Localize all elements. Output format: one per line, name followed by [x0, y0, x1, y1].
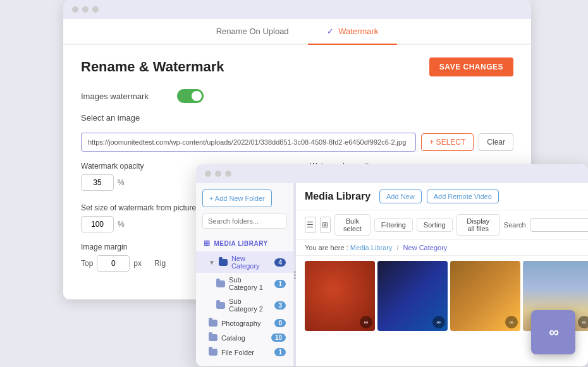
- margin-right-item: Rig: [154, 259, 166, 268]
- page-title: Rename & Watermark: [81, 59, 224, 75]
- window-header: Rename & Watermark SAVE CHANGES: [81, 57, 513, 76]
- dot-f1: [205, 171, 211, 177]
- images-watermark-row: Images watermark: [81, 89, 513, 103]
- dot-f3: [225, 171, 231, 177]
- check-icon: ✓: [327, 27, 334, 36]
- wm-icon: ∞: [549, 324, 558, 340]
- filtering-button[interactable]: Filtering: [374, 218, 413, 232]
- watermark-logo: ∞: [531, 310, 575, 354]
- breadcrumb-media-library[interactable]: Media Library: [350, 244, 393, 251]
- folder-icon-sub2: [216, 302, 225, 309]
- select-button[interactable]: + SELECT: [421, 133, 474, 151]
- folder-icon: [219, 259, 228, 266]
- size-unit: %: [118, 220, 125, 229]
- sorting-button[interactable]: Sorting: [417, 218, 453, 232]
- display-all-files-button[interactable]: Display all files: [456, 214, 500, 236]
- watermark-icon-4: ∞: [578, 316, 588, 328]
- margin-top-label: Top: [81, 259, 93, 268]
- add-remote-video-button[interactable]: Add Remote Video: [427, 190, 499, 203]
- size-input[interactable]: [81, 216, 114, 232]
- watermark-icon-1: ∞: [360, 316, 372, 328]
- folder-badge: 4: [274, 258, 286, 267]
- margin-top-item: Top px: [81, 255, 142, 272]
- bulk-select-button[interactable]: Bulk select: [334, 214, 371, 236]
- margin-right-label: Rig: [154, 259, 166, 268]
- select-image-row: Select an image: [81, 113, 513, 123]
- tab-watermark[interactable]: ✓ Watermark: [308, 19, 398, 45]
- media-layout: + Add New Folder ⊞ MEDIA LIBRARY ▼ New C…: [196, 183, 588, 366]
- folder-name-sub1: Sub Category 1: [229, 276, 271, 291]
- folder-item-file[interactable]: File Folder 1: [196, 345, 293, 359]
- dot-3: [92, 6, 99, 13]
- margin-top-unit: px: [133, 259, 142, 268]
- titlebar-front: [196, 164, 588, 183]
- ml-icon: ⊞: [204, 239, 211, 248]
- folder-icon-photo: [209, 320, 217, 327]
- search-label: Search: [504, 221, 526, 229]
- folder-item-new-category[interactable]: ▼ New Category 4: [196, 251, 293, 273]
- folder-badge-sub2: 3: [274, 301, 286, 310]
- media-library-title: Media Library: [305, 191, 371, 202]
- url-input-row: + SELECT Clear: [81, 133, 513, 152]
- save-changes-button[interactable]: SAVE CHANGES: [429, 57, 513, 76]
- folder-item-catalog[interactable]: Catalog 10: [196, 330, 293, 345]
- opacity-input[interactable]: [81, 174, 114, 191]
- images-watermark-toggle[interactable]: [177, 89, 204, 103]
- folder-icon-catalog: [209, 334, 217, 341]
- folder-name-photo: Photography: [221, 320, 260, 327]
- you-are-here: You are here :: [305, 244, 348, 251]
- folder-name-catalog: Catalog: [221, 334, 245, 342]
- folder-icon-sub1: [216, 280, 225, 287]
- folder-name-sub2: Sub Category 2: [229, 298, 271, 313]
- folder-name-file: File Folder: [221, 349, 254, 356]
- dot-1: [72, 6, 78, 13]
- folder-item-sub2[interactable]: Sub Category 2 3: [196, 294, 293, 316]
- folder-icon-file: [209, 349, 217, 356]
- clear-button[interactable]: Clear: [479, 133, 513, 151]
- folder-item-photography[interactable]: Photography 0: [196, 316, 293, 330]
- breadcrumb-sep2: /: [396, 244, 398, 251]
- media-library-sidebar-label: ⊞ MEDIA LIBRARY: [196, 235, 293, 251]
- folder-item-sub1[interactable]: Sub Category 1 1: [196, 273, 293, 294]
- folder-badge-sub1: 1: [274, 280, 286, 288]
- media-library-window: + Add New Folder ⊞ MEDIA LIBRARY ▼ New C…: [196, 164, 588, 366]
- url-input[interactable]: [81, 133, 416, 152]
- add-new-button[interactable]: Add New: [379, 190, 422, 203]
- watermark-icon-3: ∞: [505, 316, 518, 328]
- tab-rename-on-upload[interactable]: Rename On Upload: [197, 19, 308, 45]
- tab-watermark-label: Watermark: [338, 27, 378, 36]
- list-view-button[interactable]: ☰: [305, 217, 316, 233]
- titlebar-back: [63, 0, 531, 19]
- media-thumb-2[interactable]: ∞: [377, 261, 448, 331]
- media-sidebar: + Add New Folder ⊞ MEDIA LIBRARY ▼ New C…: [196, 183, 294, 366]
- dot-f2: [215, 171, 221, 177]
- select-image-label: Select an image: [81, 113, 169, 123]
- add-folder-label: + Add New Folder: [209, 195, 265, 202]
- breadcrumb: You are here : Media Library / New Categ…: [296, 240, 588, 256]
- toolbar-row: ☰ ⊞ Bulk select Filtering Sorting Displa…: [296, 210, 588, 240]
- margin-top-input[interactable]: [97, 255, 130, 272]
- folder-badge-photo: 0: [274, 319, 286, 327]
- collapse-arrow: ▼: [209, 259, 215, 266]
- grid-view-button[interactable]: ⊞: [320, 217, 331, 233]
- tab-rename-label: Rename On Upload: [216, 27, 289, 36]
- dot-2: [82, 6, 89, 13]
- images-watermark-label: Images watermark: [81, 92, 169, 101]
- media-header: Media Library Add New Add Remote Video: [296, 183, 588, 210]
- add-folder-button[interactable]: + Add New Folder: [202, 190, 272, 207]
- watermark-icon-2: ∞: [432, 316, 445, 328]
- folder-badge-file: 1: [274, 348, 286, 356]
- media-thumb-1[interactable]: ∞: [305, 261, 375, 331]
- opacity-unit: %: [118, 178, 125, 187]
- folder-name: New Category: [231, 255, 271, 270]
- search-input[interactable]: [530, 218, 588, 232]
- tabs-bar: Rename On Upload ✓ Watermark: [63, 19, 531, 45]
- search-folders-input[interactable]: [202, 214, 287, 229]
- media-thumb-3[interactable]: ∞: [450, 261, 520, 331]
- breadcrumb-current: New Category: [403, 244, 448, 251]
- folder-badge-catalog: 10: [271, 334, 286, 342]
